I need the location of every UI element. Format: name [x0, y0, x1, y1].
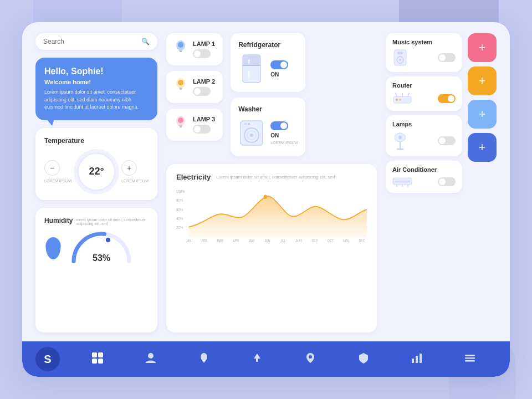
lamp-1-info: LAMP 1	[193, 40, 215, 58]
lamp-1-toggle[interactable]	[193, 49, 211, 58]
chart-subtitle: Lorem ipsum dolor sit amet, consectetuer…	[216, 175, 335, 180]
svg-text:JUN: JUN	[264, 239, 270, 242]
svg-rect-69	[203, 361, 205, 362]
svg-rect-19	[241, 121, 263, 145]
humidity-body: 53%	[44, 231, 149, 263]
electricity-chart: 100% 80% 60% 40% 20%	[176, 187, 367, 242]
nav-item-dashboard[interactable]	[85, 347, 110, 371]
add-music-button[interactable]: +	[468, 33, 497, 62]
add-lamps-button[interactable]: +	[468, 100, 497, 129]
svg-rect-18	[248, 70, 250, 78]
hello-card: Hello, Sophie! Welcome home! Lorem ipsum…	[35, 58, 157, 120]
greeting-title: Hello, Sophie!	[44, 66, 149, 76]
svg-point-72	[309, 355, 312, 359]
svg-point-5	[178, 42, 183, 48]
nav-item-lights[interactable]	[191, 347, 217, 371]
temperature-card: Temperature − LOREM IPSUM 22° + LOREM IP…	[35, 128, 157, 200]
lamp-2-info: LAMP 2	[193, 78, 215, 96]
svg-text:APR: APR	[233, 239, 239, 242]
router-name: Router	[392, 82, 456, 89]
svg-rect-71	[256, 359, 258, 362]
floor-lamp-icon	[392, 131, 408, 151]
svg-text:AUG: AUG	[296, 239, 303, 242]
svg-point-0	[106, 238, 110, 242]
ac-card: Air Conditioner	[386, 161, 462, 193]
svg-rect-62	[92, 352, 97, 357]
nav-item-upload[interactable]	[244, 347, 270, 371]
lamp-card-1: LAMP 1	[166, 33, 223, 65]
svg-point-51	[396, 99, 398, 101]
temperature-increase-button[interactable]: +	[121, 160, 137, 176]
washer-status-label: ON	[270, 132, 279, 139]
svg-text:MAR: MAR	[217, 239, 223, 242]
svg-text:NOV: NOV	[343, 239, 349, 242]
fridge-name: Refridgerator	[238, 41, 298, 49]
svg-rect-15	[243, 55, 260, 66]
music-system-body	[392, 49, 456, 66]
nav-item-menu[interactable]	[457, 347, 483, 371]
svg-rect-46	[397, 52, 403, 54]
right-top: Music system	[386, 33, 497, 193]
nav-item-analytics[interactable]	[404, 347, 429, 371]
svg-rect-8	[180, 89, 182, 90]
svg-text:100%: 100%	[176, 189, 185, 193]
svg-point-67	[201, 353, 207, 361]
svg-rect-68	[202, 360, 206, 361]
ac-toggle[interactable]	[438, 177, 456, 186]
washer-toggle[interactable]	[270, 121, 288, 130]
nav-item-location[interactable]	[298, 347, 323, 371]
right-panel: Music system	[386, 33, 497, 332]
humidity-header: Humidity lorem ipsum dolor sit amet, con…	[44, 217, 149, 226]
search-icon: 🔍	[141, 38, 150, 45]
temperature-value: 22°	[77, 152, 116, 191]
svg-text:53%: 53%	[93, 253, 110, 263]
lamp-2-icon	[174, 78, 187, 96]
search-box: 🔍	[35, 33, 157, 50]
water-drop-icon	[45, 237, 60, 259]
router-body	[392, 92, 456, 105]
music-system-card: Music system	[386, 33, 462, 72]
svg-rect-58	[395, 181, 410, 182]
add-router-button[interactable]: +	[468, 66, 497, 95]
svg-rect-4	[180, 51, 182, 52]
svg-marker-70	[254, 354, 260, 359]
nav-item-security[interactable]	[351, 347, 376, 371]
svg-line-50	[408, 93, 409, 96]
ac-name: Air Conditioner	[392, 166, 456, 173]
fridge-card: Refridgerator	[231, 33, 305, 92]
fridge-toggle[interactable]	[270, 60, 288, 69]
svg-rect-12	[180, 126, 182, 127]
nav-avatar[interactable]: S	[35, 347, 60, 371]
nav-item-profile[interactable]	[138, 347, 163, 371]
lamp-2-toggle[interactable]	[193, 87, 211, 96]
chart-header: Electricity Lorem ipsum dolor sit amet, …	[176, 173, 367, 181]
add-ac-button[interactable]: +	[468, 133, 497, 162]
fridge-status: ON	[270, 60, 288, 78]
washer-icon	[238, 117, 265, 149]
svg-text:MAY: MAY	[249, 239, 255, 242]
greeting-body: Lorem ipsum dolor sit amet, consectetuer…	[44, 89, 149, 111]
lamp-3-toggle[interactable]	[193, 125, 211, 134]
router-toggle[interactable]	[438, 94, 456, 103]
temperature-controls: − LOREM IPSUM 22° + LOREM IPSUM	[44, 152, 149, 191]
svg-text:DEC: DEC	[359, 239, 365, 242]
nav-items	[71, 347, 497, 371]
fridge-icon	[238, 53, 265, 84]
svg-text:SEP: SEP	[312, 239, 318, 242]
svg-point-66	[148, 353, 154, 359]
lamps-device-toggle[interactable]	[438, 136, 456, 145]
humidity-title: Humidity	[44, 217, 73, 224]
svg-rect-64	[92, 359, 97, 364]
svg-rect-11	[179, 125, 182, 126]
music-system-toggle[interactable]	[438, 53, 456, 62]
search-input[interactable]	[43, 38, 137, 45]
lamps-device-body	[392, 131, 456, 151]
svg-rect-17	[248, 59, 250, 64]
svg-point-55	[396, 148, 404, 150]
svg-line-48	[396, 93, 397, 96]
svg-point-45	[399, 59, 401, 61]
speaker-icon	[392, 49, 408, 66]
svg-rect-3	[179, 50, 182, 51]
temperature-decrease-button[interactable]: −	[44, 160, 60, 176]
svg-rect-75	[420, 354, 422, 363]
